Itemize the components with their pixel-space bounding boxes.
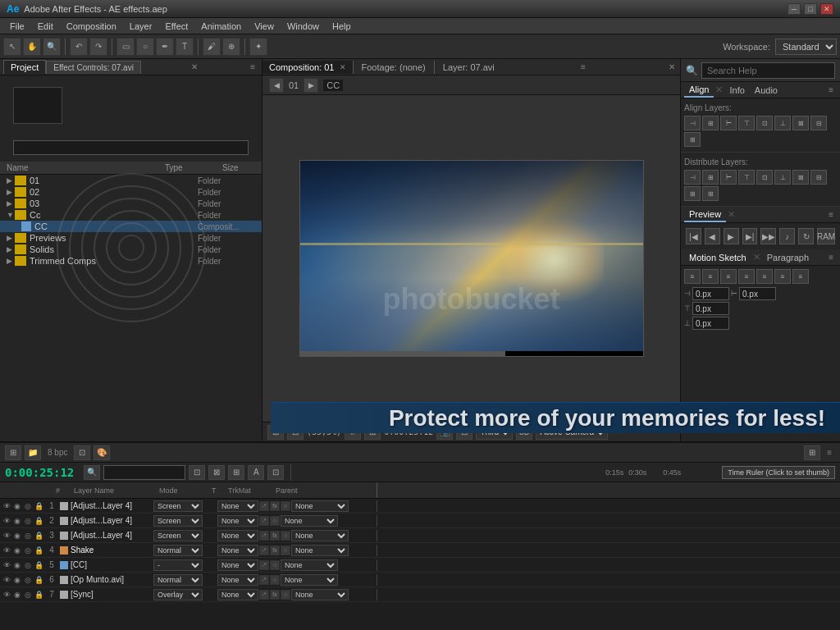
layer-parent-select[interactable]: None (281, 559, 338, 571)
project-search-input[interactable] (13, 140, 249, 155)
align-top-btn[interactable]: ⊤ (738, 116, 755, 130)
comp-panel-close[interactable]: ✕ (664, 62, 680, 71)
list-item[interactable]: ▶ 02 Folder (0, 186, 262, 198)
tool-clone[interactable]: ⊕ (222, 38, 240, 56)
menu-effect[interactable]: Effect (158, 20, 194, 33)
layer-audio-btn[interactable]: ◉ (12, 575, 22, 585)
menu-layer[interactable]: Layer (123, 20, 159, 33)
tab-audio[interactable]: Audio (750, 84, 783, 97)
para-align-justify4[interactable]: ≡ (792, 269, 809, 284)
para-align-justify[interactable]: ≡ (738, 269, 755, 284)
preview-audio-btn[interactable]: ♪ (779, 228, 795, 244)
layer-lock-btn[interactable]: 🔒 (34, 590, 43, 600)
tl-folder-btn[interactable]: 📁 (25, 445, 41, 460)
layer-icon-btn[interactable]: ○ (270, 516, 280, 526)
layer-icon-btn[interactable]: -* (259, 531, 269, 541)
layer-eye-btn[interactable]: 👁 (2, 501, 11, 511)
list-item[interactable]: ▶ Solids Folder (0, 244, 262, 255)
dist-hcenter-btn[interactable]: ⊞ (702, 170, 719, 185)
tool-pen[interactable]: ✒ (156, 38, 174, 56)
nav-left-btn[interactable]: ◀ (269, 78, 284, 93)
preview-loop-btn[interactable]: ↻ (798, 228, 814, 244)
tl-color-btn[interactable]: 🎨 (94, 445, 110, 460)
dist-extra2-btn[interactable]: ⊟ (810, 170, 827, 185)
menu-help[interactable]: Help (326, 20, 358, 33)
tool-select[interactable]: ↖ (3, 38, 21, 56)
align-extra1-btn[interactable]: ⊠ (792, 116, 809, 130)
layer-parent-select[interactable]: None (281, 515, 338, 527)
layer-mode-select[interactable]: Overlay (153, 589, 203, 600)
dist-left-btn[interactable]: ⊣ (684, 170, 701, 185)
comp-panel-options[interactable]: ≡ (578, 62, 589, 71)
list-item[interactable]: ▼ Cc Folder (0, 209, 262, 221)
para-align-left[interactable]: ≡ (684, 269, 701, 284)
left-panel-close[interactable]: ✕ (191, 62, 198, 71)
menu-composition[interactable]: Composition (60, 20, 123, 33)
tl-bpc-btn[interactable]: ⊡ (74, 445, 90, 460)
current-time-display[interactable]: 0:00:25:12 (5, 466, 74, 479)
tab-effect-controls[interactable]: Effect Controls: 07.avi (46, 61, 141, 74)
para-align-justify2[interactable]: ≡ (756, 269, 773, 284)
tool-zoom[interactable]: 🔍 (43, 38, 61, 56)
layer-mode-select[interactable]: - (153, 559, 203, 571)
menu-file[interactable]: File (3, 20, 31, 33)
dist-vcenter-btn[interactable]: ⊡ (756, 170, 773, 185)
dist-bottom-btn[interactable]: ⊥ (774, 170, 791, 185)
layer-lock-btn[interactable]: 🔒 (34, 531, 43, 541)
layer-solo-btn[interactable]: ◎ (23, 546, 33, 555)
layer-icon-btn[interactable]: fx (270, 531, 280, 541)
comp-tab-close[interactable]: ✕ (340, 63, 346, 71)
layer-icon-btn[interactable]: fx (270, 501, 280, 511)
layer-icon-btn[interactable]: fx (270, 546, 280, 555)
layer-mode-select[interactable]: Normal (153, 574, 203, 586)
dist-extra3-btn[interactable]: ⊞ (684, 186, 701, 201)
align-right-btn[interactable]: ⊢ (720, 116, 737, 130)
align-extra2-btn[interactable]: ⊟ (810, 116, 827, 130)
layer-icon-btn[interactable]: ○ (281, 590, 290, 600)
align-extra3-btn[interactable]: ⊞ (684, 132, 701, 147)
workspace-select[interactable]: Standard (775, 39, 837, 55)
preview-first-btn[interactable]: |◀ (686, 228, 701, 244)
layer-audio-btn[interactable]: ◉ (12, 516, 22, 526)
menu-view[interactable]: View (248, 20, 281, 33)
tab-composition[interactable]: Composition: 01 ✕ (262, 61, 354, 74)
layer-mode-select[interactable]: Normal (153, 545, 203, 556)
list-item[interactable]: ▶ Trimmed Comps Folder (0, 255, 262, 267)
tl-draft-btn[interactable]: ⊞ (228, 465, 244, 480)
minimize-button[interactable]: ─ (788, 3, 801, 15)
layer-trkmat-select[interactable]: None (217, 515, 258, 527)
layer-parent-select[interactable]: None (291, 545, 349, 556)
tab-paragraph[interactable]: Paragraph (762, 251, 814, 264)
align-bottom-btn[interactable]: ⊥ (774, 116, 791, 130)
dist-right-btn[interactable]: ⊢ (720, 170, 737, 185)
layer-icon-btn[interactable]: ○ (270, 560, 280, 570)
layer-icon-btn[interactable]: ○ (281, 546, 290, 555)
list-item[interactable]: ▶ 03 Folder (0, 198, 262, 209)
dist-extra1-btn[interactable]: ⊠ (792, 170, 809, 185)
titlebar-controls[interactable]: ─ □ ✕ (788, 3, 833, 15)
maximize-button[interactable]: □ (804, 3, 817, 15)
layer-parent-select[interactable]: None (291, 500, 349, 512)
search-help-input[interactable] (701, 62, 835, 79)
layer-icon-btn[interactable]: -* (259, 590, 269, 600)
layer-solo-btn[interactable]: ◎ (23, 501, 33, 511)
layer-trkmat-select[interactable]: None (217, 530, 258, 541)
align-hcenter-btn[interactable]: ⊞ (702, 116, 719, 130)
motion-panel-options[interactable]: ≡ (825, 253, 837, 262)
nav-right-btn[interactable]: ▶ (304, 78, 318, 93)
layer-audio-btn[interactable]: ◉ (12, 560, 22, 570)
preview-options[interactable]: ≡ (825, 210, 837, 219)
layer-solo-btn[interactable]: ◎ (23, 560, 33, 570)
layer-audio-btn[interactable]: ◉ (12, 501, 22, 511)
layer-icon-btn[interactable]: -* (259, 516, 269, 526)
layer-eye-btn[interactable]: 👁 (2, 531, 11, 541)
tab-layer[interactable]: Layer: 07.avi (434, 61, 503, 74)
dist-top-btn[interactable]: ⊤ (738, 170, 755, 185)
layer-trkmat-select[interactable]: None (217, 559, 258, 571)
layer-icon-btn[interactable]: ○ (281, 531, 290, 541)
list-item[interactable]: CC Composit... (0, 221, 262, 232)
layer-icon-btn[interactable]: fx (270, 590, 280, 600)
tab-project[interactable]: Project (3, 60, 46, 74)
tab-motion-sketch[interactable]: Motion Sketch (684, 251, 751, 264)
layer-trkmat-select[interactable]: None (217, 500, 258, 512)
